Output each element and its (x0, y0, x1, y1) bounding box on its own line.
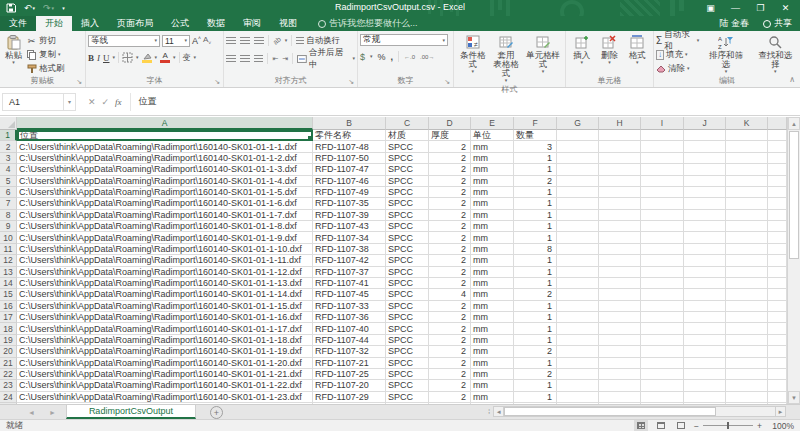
grid-cell[interactable]: 2 (514, 346, 557, 357)
grid-cell[interactable]: mm (471, 232, 514, 243)
grid-cell[interactable] (599, 130, 641, 141)
wrap-text-button[interactable]: 自动换行 (296, 34, 340, 47)
grid-cell[interactable] (557, 392, 599, 403)
number-format-select[interactable]: 常规▾ (360, 34, 448, 46)
grid-cell[interactable] (557, 278, 599, 289)
grid-cell[interactable] (599, 232, 641, 243)
grid-cell[interactable]: 2 (429, 221, 471, 232)
grid-cell[interactable] (599, 380, 641, 391)
scroll-left-icon[interactable]: ◄ (493, 406, 504, 417)
decrease-indent-button[interactable]: ⇤ (272, 55, 278, 63)
grid-cell[interactable]: 1 (514, 164, 557, 175)
normal-view-button[interactable] (634, 420, 648, 431)
grid-cell[interactable] (599, 289, 641, 300)
grid-cell[interactable]: mm (471, 141, 514, 152)
tab-file[interactable]: 文件 (0, 16, 36, 31)
grid-cell[interactable] (641, 301, 684, 312)
grid-cell[interactable] (684, 153, 726, 164)
column-header-A[interactable]: A (17, 117, 313, 130)
grid-cell[interactable] (726, 380, 768, 391)
grid-cell[interactable]: 2 (429, 244, 471, 255)
grid-cell[interactable]: SPCC (386, 278, 429, 289)
grid-cell[interactable]: RFD-1107-41 (313, 278, 386, 289)
grid-cell[interactable]: 2 (429, 312, 471, 323)
ribbon-display-options-button[interactable]: ▣ (698, 0, 723, 15)
tab-insert[interactable]: 插入 (72, 16, 108, 31)
tab-formulas[interactable]: 公式 (162, 16, 198, 31)
grid-cell[interactable]: RFD-1107-29 (313, 392, 386, 403)
grid-cell[interactable]: C:\Users\think\AppData\Roaming\Radimport… (17, 176, 313, 187)
cancel-icon[interactable]: ✕ (88, 97, 96, 107)
row-header-22[interactable]: 22 (0, 369, 17, 380)
grid-cell[interactable]: RFD-1107-33 (313, 301, 386, 312)
grid-cell[interactable]: 8 (514, 244, 557, 255)
grid-cell[interactable]: RFD-1107-44 (313, 335, 386, 346)
paste-button[interactable]: 粘贴 ▾ (2, 33, 25, 66)
grid-cell[interactable] (557, 255, 599, 266)
grid-cell[interactable] (641, 141, 684, 152)
increase-indent-button[interactable]: ⇥ (282, 55, 288, 63)
select-all-corner[interactable] (0, 117, 17, 130)
grid-cell[interactable] (684, 255, 726, 266)
grid-cell[interactable]: 位置 (17, 130, 313, 141)
grid-cell[interactable]: 2 (429, 141, 471, 152)
grid-cell[interactable] (557, 210, 599, 221)
minimize-button[interactable]: — (723, 0, 748, 15)
grid-cell[interactable] (684, 198, 726, 209)
grid-cell[interactable] (641, 232, 684, 243)
grid-cell[interactable] (726, 323, 768, 334)
grid-cell[interactable]: 1 (514, 267, 557, 278)
grid-cell[interactable] (684, 164, 726, 175)
grid-cell[interactable]: 零件名称 (313, 130, 386, 141)
grid-cell[interactable]: 1 (514, 198, 557, 209)
grid-cell[interactable] (557, 153, 599, 164)
grid-cell[interactable] (557, 289, 599, 300)
grid-cell[interactable]: 1 (514, 210, 557, 221)
grid-cell[interactable]: mm (471, 289, 514, 300)
grid-cell[interactable] (599, 358, 641, 369)
grid-cell[interactable] (684, 244, 726, 255)
grid-cell[interactable] (641, 221, 684, 232)
row-header-16[interactable]: 16 (0, 301, 17, 312)
grid-cell[interactable]: 2 (514, 176, 557, 187)
grid-cell[interactable]: SPCC (386, 153, 429, 164)
grid-cell[interactable] (557, 164, 599, 175)
grid-cell[interactable]: SPCC (386, 369, 429, 380)
row-header-1[interactable]: 1 (0, 130, 17, 141)
grid-cell[interactable] (684, 232, 726, 243)
grid-cell[interactable] (599, 323, 641, 334)
grid-cell[interactable] (599, 346, 641, 357)
row-header-6[interactable]: 6 (0, 187, 17, 198)
row-header-8[interactable]: 8 (0, 210, 17, 221)
grid-cell[interactable]: 2 (429, 278, 471, 289)
scroll-down-icon[interactable]: ▼ (788, 391, 800, 404)
tab-home[interactable]: 开始 (36, 16, 72, 31)
grid-cell[interactable] (641, 153, 684, 164)
scroll-up-icon[interactable]: ▲ (788, 117, 800, 130)
decrease-decimal-button[interactable]: .00→ (420, 54, 434, 60)
grid-cell[interactable] (599, 164, 641, 175)
grid-cell[interactable]: SPCC (386, 358, 429, 369)
grid-cell[interactable]: 1 (514, 255, 557, 266)
grid-cell[interactable]: RFD-1107-50 (313, 153, 386, 164)
grid-cell[interactable] (641, 176, 684, 187)
grid-cell[interactable]: C:\Users\think\AppData\Roaming\Radimport… (17, 289, 313, 300)
row-header-14[interactable]: 14 (0, 278, 17, 289)
grid-cell[interactable]: mm (471, 267, 514, 278)
formula-input[interactable]: 位置 (131, 95, 157, 108)
clipboard-dialog-launcher[interactable]: ↘ (76, 78, 82, 86)
grid-cell[interactable]: 2 (429, 323, 471, 334)
grid-cell[interactable] (599, 210, 641, 221)
grid-cell[interactable]: SPCC (386, 346, 429, 357)
font-color-button[interactable]: A (160, 52, 170, 63)
page-break-view-button[interactable] (674, 420, 688, 431)
grid-cell[interactable] (557, 232, 599, 243)
borders-button[interactable] (122, 52, 133, 63)
sheet-tab-active[interactable]: RadimportCsvOutput (66, 405, 196, 419)
grid-cell[interactable]: 1 (514, 232, 557, 243)
grid-cell[interactable] (599, 198, 641, 209)
grid-cell[interactable]: 2 (429, 176, 471, 187)
grid-cell[interactable] (726, 392, 768, 403)
grid-cell[interactable] (684, 312, 726, 323)
grid-cell[interactable]: 2 (429, 153, 471, 164)
